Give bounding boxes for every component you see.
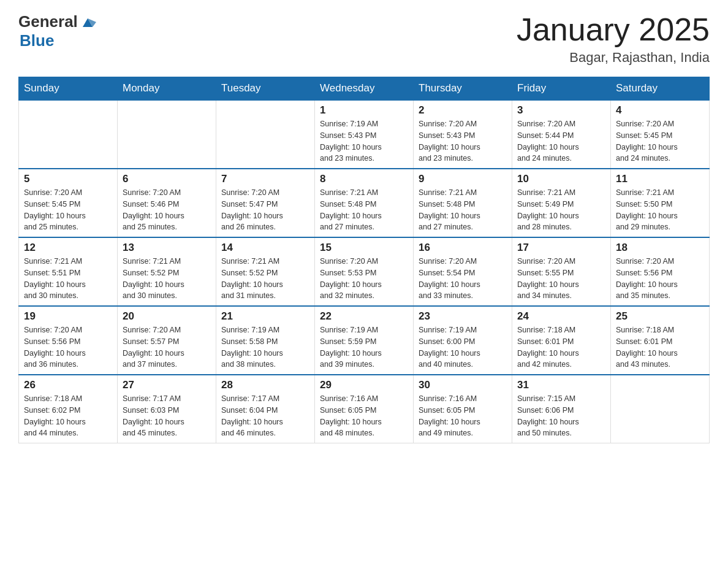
day-number: 22: [320, 310, 408, 323]
calendar-week-row: 1Sunrise: 7:19 AM Sunset: 5:43 PM Daylig…: [19, 100, 710, 169]
calendar-cell: 17Sunrise: 7:20 AM Sunset: 5:55 PM Dayli…: [512, 237, 611, 306]
logo-icon: [79, 13, 96, 31]
calendar-cell: [216, 100, 315, 169]
calendar-cell: 6Sunrise: 7:20 AM Sunset: 5:46 PM Daylig…: [118, 169, 216, 237]
calendar-cell: 3Sunrise: 7:20 AM Sunset: 5:44 PM Daylig…: [512, 100, 611, 169]
calendar-cell: 23Sunrise: 7:19 AM Sunset: 6:00 PM Dayli…: [414, 306, 512, 375]
calendar-subtitle: Bagar, Rajasthan, India: [517, 50, 710, 66]
calendar-cell: 16Sunrise: 7:20 AM Sunset: 5:54 PM Dayli…: [414, 237, 512, 306]
day-info: Sunrise: 7:17 AM Sunset: 6:04 PM Dayligh…: [221, 393, 309, 439]
day-info: Sunrise: 7:16 AM Sunset: 6:05 PM Dayligh…: [320, 393, 408, 439]
day-info: Sunrise: 7:15 AM Sunset: 6:06 PM Dayligh…: [517, 393, 605, 439]
calendar-cell: 5Sunrise: 7:20 AM Sunset: 5:45 PM Daylig…: [19, 169, 118, 237]
day-number: 29: [320, 379, 408, 391]
calendar-cell: 24Sunrise: 7:18 AM Sunset: 6:01 PM Dayli…: [512, 306, 611, 375]
day-info: Sunrise: 7:21 AM Sunset: 5:49 PM Dayligh…: [517, 187, 605, 233]
day-info: Sunrise: 7:17 AM Sunset: 6:03 PM Dayligh…: [123, 393, 211, 439]
day-number: 14: [221, 242, 309, 254]
calendar-week-row: 19Sunrise: 7:20 AM Sunset: 5:56 PM Dayli…: [19, 306, 710, 375]
day-number: 26: [24, 379, 112, 391]
day-info: Sunrise: 7:20 AM Sunset: 5:43 PM Dayligh…: [419, 118, 507, 164]
day-number: 6: [123, 173, 211, 185]
calendar-week-row: 12Sunrise: 7:21 AM Sunset: 5:51 PM Dayli…: [19, 237, 710, 306]
day-info: Sunrise: 7:20 AM Sunset: 5:55 PM Dayligh…: [517, 256, 605, 302]
calendar-cell: 13Sunrise: 7:21 AM Sunset: 5:52 PM Dayli…: [118, 237, 216, 306]
day-info: Sunrise: 7:20 AM Sunset: 5:56 PM Dayligh…: [616, 256, 704, 302]
calendar-cell: 19Sunrise: 7:20 AM Sunset: 5:56 PM Dayli…: [19, 306, 118, 375]
calendar-cell: 11Sunrise: 7:21 AM Sunset: 5:50 PM Dayli…: [611, 169, 710, 237]
calendar-cell: 9Sunrise: 7:21 AM Sunset: 5:48 PM Daylig…: [414, 169, 512, 237]
day-info: Sunrise: 7:20 AM Sunset: 5:44 PM Dayligh…: [517, 118, 605, 164]
header-cell-sunday: Sunday: [19, 77, 118, 101]
day-number: 15: [320, 242, 408, 254]
calendar-cell: 20Sunrise: 7:20 AM Sunset: 5:57 PM Dayli…: [118, 306, 216, 375]
logo-blue: Blue: [20, 31, 54, 50]
calendar-cell: 29Sunrise: 7:16 AM Sunset: 6:05 PM Dayli…: [315, 375, 414, 443]
calendar-cell: 22Sunrise: 7:19 AM Sunset: 5:59 PM Dayli…: [315, 306, 414, 375]
day-info: Sunrise: 7:21 AM Sunset: 5:52 PM Dayligh…: [123, 256, 211, 302]
calendar-cell: 21Sunrise: 7:19 AM Sunset: 5:58 PM Dayli…: [216, 306, 315, 375]
header-cell-wednesday: Wednesday: [315, 77, 414, 101]
header-cell-tuesday: Tuesday: [216, 77, 315, 101]
day-info: Sunrise: 7:19 AM Sunset: 5:59 PM Dayligh…: [320, 324, 408, 370]
day-info: Sunrise: 7:18 AM Sunset: 6:01 PM Dayligh…: [517, 324, 605, 370]
header-cell-monday: Monday: [118, 77, 216, 101]
day-number: 19: [24, 310, 112, 323]
header-cell-friday: Friday: [512, 77, 611, 101]
calendar-cell: 18Sunrise: 7:20 AM Sunset: 5:56 PM Dayli…: [611, 237, 710, 306]
calendar-cell: [118, 100, 216, 169]
day-info: Sunrise: 7:21 AM Sunset: 5:48 PM Dayligh…: [419, 187, 507, 233]
day-info: Sunrise: 7:18 AM Sunset: 6:01 PM Dayligh…: [616, 324, 704, 370]
day-info: Sunrise: 7:21 AM Sunset: 5:50 PM Dayligh…: [616, 187, 704, 233]
day-number: 23: [419, 310, 507, 323]
calendar-cell: [611, 375, 710, 443]
day-number: 7: [221, 173, 309, 185]
day-number: 25: [616, 310, 704, 323]
day-info: Sunrise: 7:20 AM Sunset: 5:57 PM Dayligh…: [123, 324, 211, 370]
calendar-cell: [19, 100, 118, 169]
day-info: Sunrise: 7:21 AM Sunset: 5:48 PM Dayligh…: [320, 187, 408, 233]
title-block: January 2025 Bagar, Rajasthan, India: [517, 12, 710, 66]
calendar-cell: 2Sunrise: 7:20 AM Sunset: 5:43 PM Daylig…: [414, 100, 512, 169]
day-number: 5: [24, 173, 112, 185]
day-info: Sunrise: 7:20 AM Sunset: 5:54 PM Dayligh…: [419, 256, 507, 302]
day-number: 9: [419, 173, 507, 185]
day-number: 4: [616, 104, 704, 117]
day-number: 3: [517, 104, 605, 117]
calendar-cell: 14Sunrise: 7:21 AM Sunset: 5:52 PM Dayli…: [216, 237, 315, 306]
day-info: Sunrise: 7:20 AM Sunset: 5:56 PM Dayligh…: [24, 324, 112, 370]
day-number: 17: [517, 242, 605, 254]
day-info: Sunrise: 7:20 AM Sunset: 5:45 PM Dayligh…: [616, 118, 704, 164]
day-info: Sunrise: 7:20 AM Sunset: 5:53 PM Dayligh…: [320, 256, 408, 302]
day-number: 2: [419, 104, 507, 117]
day-info: Sunrise: 7:16 AM Sunset: 6:05 PM Dayligh…: [419, 393, 507, 439]
day-number: 1: [320, 104, 408, 117]
day-info: Sunrise: 7:20 AM Sunset: 5:45 PM Dayligh…: [24, 187, 112, 233]
day-number: 28: [221, 379, 309, 391]
calendar-cell: 1Sunrise: 7:19 AM Sunset: 5:43 PM Daylig…: [315, 100, 414, 169]
calendar-cell: 26Sunrise: 7:18 AM Sunset: 6:02 PM Dayli…: [19, 375, 118, 443]
day-info: Sunrise: 7:21 AM Sunset: 5:51 PM Dayligh…: [24, 256, 112, 302]
calendar-cell: 8Sunrise: 7:21 AM Sunset: 5:48 PM Daylig…: [315, 169, 414, 237]
calendar-table: SundayMondayTuesdayWednesdayThursdayFrid…: [18, 77, 710, 443]
day-info: Sunrise: 7:19 AM Sunset: 6:00 PM Dayligh…: [419, 324, 507, 370]
day-number: 21: [221, 310, 309, 323]
day-number: 16: [419, 242, 507, 254]
calendar-cell: 28Sunrise: 7:17 AM Sunset: 6:04 PM Dayli…: [216, 375, 315, 443]
day-info: Sunrise: 7:20 AM Sunset: 5:46 PM Dayligh…: [123, 187, 211, 233]
day-info: Sunrise: 7:20 AM Sunset: 5:47 PM Dayligh…: [221, 187, 309, 233]
calendar-week-row: 5Sunrise: 7:20 AM Sunset: 5:45 PM Daylig…: [19, 169, 710, 237]
page-header: General Blue January 2025 Bagar, Rajasth…: [18, 12, 710, 66]
day-number: 30: [419, 379, 507, 391]
calendar-cell: 25Sunrise: 7:18 AM Sunset: 6:01 PM Dayli…: [611, 306, 710, 375]
calendar-week-row: 26Sunrise: 7:18 AM Sunset: 6:02 PM Dayli…: [19, 375, 710, 443]
day-number: 11: [616, 173, 704, 185]
calendar-cell: 30Sunrise: 7:16 AM Sunset: 6:05 PM Dayli…: [414, 375, 512, 443]
day-number: 20: [123, 310, 211, 323]
day-number: 12: [24, 242, 112, 254]
calendar-header-row: SundayMondayTuesdayWednesdayThursdayFrid…: [19, 77, 710, 101]
calendar-cell: 15Sunrise: 7:20 AM Sunset: 5:53 PM Dayli…: [315, 237, 414, 306]
day-number: 27: [123, 379, 211, 391]
day-number: 8: [320, 173, 408, 185]
calendar-cell: 4Sunrise: 7:20 AM Sunset: 5:45 PM Daylig…: [611, 100, 710, 169]
